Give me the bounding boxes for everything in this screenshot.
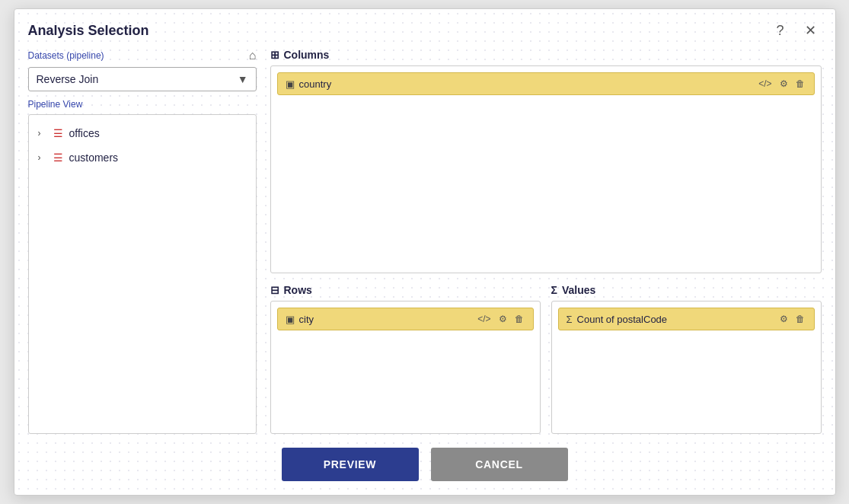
- columns-label: Columns: [284, 49, 330, 61]
- right-panel: ⊞ Columns ▣ country </> ⚙ 🗑: [270, 49, 822, 434]
- tree-item-offices[interactable]: › ☰ offices: [29, 121, 256, 145]
- chevron-right-icon-2: ›: [38, 152, 47, 163]
- chevron-down-icon: ▼: [238, 73, 248, 85]
- row-field-icon: ▣: [286, 314, 295, 325]
- dropdown-value: Reverse Join: [37, 73, 99, 85]
- sigma-icon: Σ: [551, 284, 557, 296]
- columns-header: ⊞ Columns: [270, 49, 822, 61]
- value-delete-button[interactable]: 🗑: [794, 313, 806, 325]
- header-icons: ? ✕: [770, 20, 822, 41]
- dialog-header: Analysis Selection ? ✕: [14, 9, 835, 49]
- tree-item-label-offices: offices: [69, 127, 100, 139]
- left-panel: Datasets (pipeline) ⌂ Reverse Join ▼ Pip…: [28, 49, 257, 434]
- column-field-name: country: [299, 78, 332, 90]
- bottom-sections: ⊟ Rows ▣ city </> ⚙ 🗑: [270, 284, 822, 434]
- pipeline-tree-panel: › ☰ offices › ☰ customers: [28, 114, 257, 434]
- columns-section: ⊞ Columns ▣ country </> ⚙ 🗑: [270, 49, 822, 273]
- dialog-title: Analysis Selection: [28, 23, 149, 39]
- values-section: Σ Values Σ Count of postalCode ⚙ 🗑: [551, 284, 822, 434]
- values-label: Values: [562, 284, 595, 296]
- rows-icon: ⊟: [270, 284, 279, 296]
- cancel-button[interactable]: CANCEL: [431, 448, 568, 481]
- dataset-dropdown[interactable]: Reverse Join ▼: [28, 67, 257, 91]
- row-field-city: ▣ city </> ⚙ 🗑: [277, 308, 534, 330]
- values-drop-area[interactable]: Σ Count of postalCode ⚙ 🗑: [551, 301, 822, 434]
- rows-section: ⊟ Rows ▣ city </> ⚙ 🗑: [270, 284, 541, 434]
- value-field-postalcode: Σ Count of postalCode ⚙ 🗑: [558, 308, 815, 330]
- dialog-footer: PREVIEW CANCEL: [14, 434, 835, 495]
- column-delete-button[interactable]: 🗑: [794, 78, 806, 90]
- close-button[interactable]: ✕: [800, 20, 822, 41]
- table-icon-2: ☰: [53, 152, 63, 164]
- pipeline-view-label: Pipeline View: [28, 99, 257, 110]
- tree-item-label-customers: customers: [69, 152, 119, 164]
- row-field-name: city: [299, 314, 314, 325]
- column-field-icon: ▣: [286, 78, 295, 90]
- values-header: Σ Values: [551, 284, 822, 296]
- tree-item-customers[interactable]: › ☰ customers: [29, 145, 256, 170]
- table-icon: ☰: [53, 127, 63, 139]
- rows-label: Rows: [284, 284, 312, 296]
- columns-drop-area[interactable]: ▣ country </> ⚙ 🗑: [270, 65, 822, 273]
- value-field-name: Count of postalCode: [577, 314, 668, 325]
- chevron-right-icon: ›: [38, 128, 47, 139]
- dialog-body: Datasets (pipeline) ⌂ Reverse Join ▼ Pip…: [14, 49, 835, 434]
- preview-button[interactable]: PREVIEW: [282, 448, 419, 481]
- row-settings-button[interactable]: ⚙: [497, 313, 509, 325]
- rows-header: ⊟ Rows: [270, 284, 541, 296]
- datasets-label: Datasets (pipeline) ⌂: [28, 49, 257, 62]
- analysis-selection-dialog: Analysis Selection ? ✕ Datasets (pipelin…: [14, 8, 836, 496]
- row-delete-button[interactable]: 🗑: [513, 313, 525, 325]
- row-code-button[interactable]: </>: [476, 313, 492, 325]
- rows-drop-area[interactable]: ▣ city </> ⚙ 🗑: [270, 301, 541, 434]
- home-icon[interactable]: ⌂: [249, 49, 257, 62]
- help-button[interactable]: ?: [770, 20, 791, 41]
- column-code-button[interactable]: </>: [757, 78, 773, 90]
- columns-icon: ⊞: [270, 49, 279, 61]
- value-settings-button[interactable]: ⚙: [778, 313, 790, 325]
- value-field-icon: Σ: [567, 314, 573, 325]
- column-settings-button[interactable]: ⚙: [778, 78, 790, 90]
- column-field-country: ▣ country </> ⚙ 🗑: [277, 72, 815, 95]
